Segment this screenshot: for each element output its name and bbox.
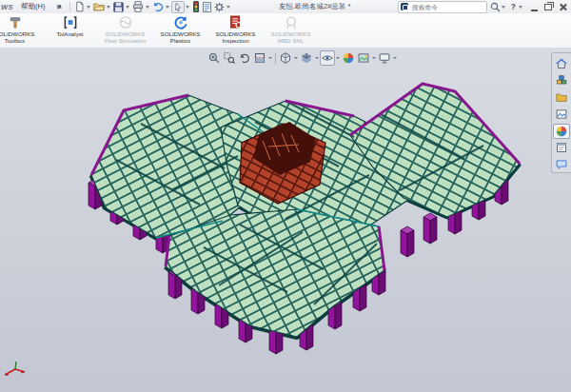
view-palette-button[interactable] — [553, 107, 570, 122]
edit-appearance-button[interactable] — [341, 50, 356, 66]
ribbon-button-tolanalyst[interactable]: TolAnalyst — [43, 14, 97, 37]
open-file-dropdown[interactable] — [107, 6, 110, 9]
file-explorer-button[interactable] — [553, 89, 570, 105]
menu-help[interactable]: 帮助(H) — [16, 2, 49, 11]
print-icon — [132, 1, 144, 12]
ribbon-label: SOLIDWORKS — [271, 30, 311, 37]
ribbon-label: TolAnalyst — [56, 30, 83, 37]
separator — [69, 2, 70, 11]
select-button[interactable] — [171, 1, 185, 13]
hide-show-items-button[interactable] — [320, 50, 335, 66]
rebuild-button[interactable] — [191, 1, 201, 13]
options-dropdown[interactable] — [226, 6, 230, 9]
help-button[interactable]: ? — [511, 2, 516, 11]
ribbon-button-flow-simulation: SOLIDWORKS Flow Simulation — [98, 14, 152, 45]
ribbon-label: Flow Simulation — [105, 37, 147, 44]
view-orientation-button[interactable] — [278, 50, 293, 66]
ribbon-label: MBD SNL — [278, 37, 305, 44]
separator — [275, 53, 276, 64]
forum-chat-icon — [556, 159, 567, 170]
print-dropdown[interactable] — [146, 6, 149, 9]
section-view-icon — [254, 52, 266, 64]
ribbon-button-inspection[interactable]: SOLIDWORKS Inspection — [208, 14, 263, 45]
task-pane — [551, 52, 571, 173]
solidworks-resources-button[interactable] — [553, 56, 570, 71]
folder-icon — [556, 91, 567, 103]
options-button[interactable] — [213, 1, 226, 13]
display-style-icon — [301, 52, 312, 64]
custom-properties-button[interactable] — [553, 141, 570, 156]
title-bar: WS 帮助(H) — [0, 0, 571, 13]
rebuild-traffic-light-icon — [192, 1, 200, 12]
new-file-icon — [74, 1, 85, 12]
search-scope-icon[interactable] — [401, 3, 408, 10]
ribbon-label: Plastics — [170, 37, 190, 44]
save-icon — [113, 2, 124, 12]
apply-scene-dropdown[interactable] — [372, 57, 376, 59]
select-dropdown[interactable] — [186, 6, 189, 9]
search-box[interactable] — [398, 1, 487, 13]
toolbox-icon — [8, 15, 23, 29]
display-style-dropdown[interactable] — [315, 57, 319, 59]
model-floor-slabs[interactable] — [91, 84, 520, 337]
design-library-button[interactable] — [553, 73, 570, 88]
apply-scene-icon — [358, 52, 369, 64]
select-icon — [173, 2, 183, 12]
open-file-button[interactable] — [92, 1, 106, 13]
document-title: 友恒.欧尚名城2#总装 * — [232, 2, 398, 11]
zoom-to-area-button[interactable] — [222, 50, 237, 66]
previous-view-button[interactable] — [237, 50, 252, 66]
search-options-dropdown[interactable] — [502, 6, 505, 9]
search-magnifier-icon[interactable] — [490, 2, 501, 12]
pin-menu-icon[interactable] — [54, 3, 63, 11]
ribbon-button-toolbox[interactable]: SOLIDWORKS Toolbox — [0, 14, 42, 45]
section-view-button[interactable] — [252, 50, 267, 66]
ribbon-label: SOLIDWORKS — [106, 30, 146, 37]
graphics-viewport[interactable] — [0, 48, 571, 392]
custom-properties-icon — [556, 142, 567, 153]
view-palette-icon — [556, 108, 567, 120]
view-orientation-dropdown[interactable] — [294, 57, 298, 59]
print-button[interactable] — [131, 1, 145, 13]
mbd-snl-icon — [284, 15, 299, 29]
model-bottom-wing — [166, 209, 384, 337]
close-button[interactable] — [559, 3, 566, 10]
hide-show-items-dropdown[interactable] — [336, 57, 340, 59]
view-settings-monitor-icon — [379, 52, 390, 64]
restore-button[interactable] — [544, 4, 552, 10]
minimize-button[interactable] — [531, 3, 538, 11]
options-gear-icon — [214, 2, 225, 12]
section-view-dropdown[interactable] — [268, 57, 272, 59]
model-canvas[interactable] — [0, 48, 571, 392]
command-manager: SOLIDWORKS Toolbox TolAnalyst SOLIDWORKS… — [0, 13, 571, 49]
zoom-to-fit-icon — [208, 52, 220, 64]
new-file-button[interactable] — [73, 1, 86, 13]
solidworks-window: WS 帮助(H) — [0, 0, 571, 392]
appearances-scenes-button[interactable] — [553, 124, 570, 139]
search-input[interactable] — [410, 3, 484, 11]
view-settings-dropdown[interactable] — [393, 57, 397, 59]
home-icon — [556, 58, 567, 69]
window-controls: ? — [511, 2, 566, 11]
ribbon-label: Inspection — [222, 37, 248, 44]
inspection-icon — [228, 15, 244, 29]
save-button[interactable] — [112, 1, 125, 13]
ribbon-label: Toolbox — [5, 37, 25, 44]
ribbon-button-plastics[interactable]: SOLIDWORKS Plastics — [153, 14, 207, 45]
display-style-button[interactable] — [299, 50, 314, 66]
previous-view-icon — [239, 52, 250, 64]
new-file-dropdown[interactable] — [87, 6, 90, 9]
apply-scene-button[interactable] — [356, 50, 371, 66]
file-properties-button[interactable] — [201, 1, 213, 13]
plastics-icon — [173, 15, 188, 29]
help-dropdown[interactable] — [519, 6, 522, 9]
appearances-ball-icon — [556, 126, 567, 137]
save-dropdown[interactable] — [126, 6, 129, 9]
undo-button[interactable] — [151, 1, 165, 13]
forum-button[interactable] — [553, 157, 570, 172]
tolanalyst-icon — [63, 15, 78, 29]
undo-dropdown[interactable] — [166, 6, 169, 9]
hide-show-eye-icon — [322, 52, 333, 64]
zoom-to-fit-button[interactable] — [207, 50, 222, 66]
view-settings-button[interactable] — [377, 50, 392, 66]
